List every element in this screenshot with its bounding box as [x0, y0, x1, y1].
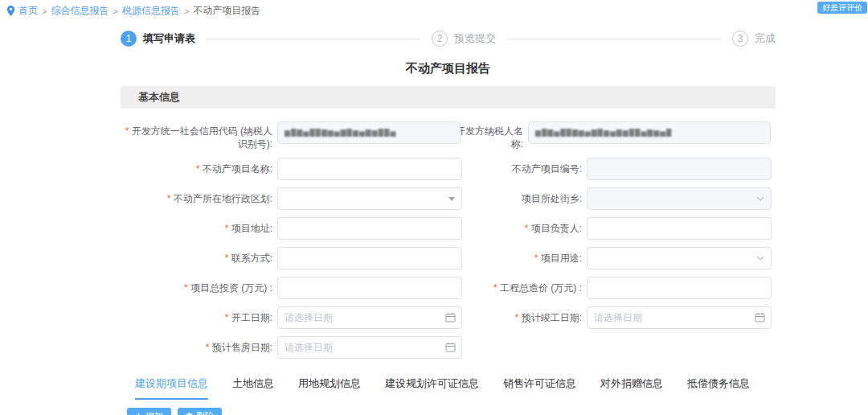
field-finish-date: 预计竣工日期:: [448, 306, 775, 329]
breadcrumb-home[interactable]: 首页: [18, 4, 38, 18]
add-button-label: 增加: [145, 410, 163, 415]
step-1-label: 填写申请表: [143, 31, 195, 46]
start-date-input[interactable]: [277, 306, 462, 329]
breadcrumb-tax-source-info-report[interactable]: 税源信息报告: [122, 4, 180, 18]
page-title: 不动产项目报告: [121, 61, 776, 76]
address-label: 项目地址:: [121, 222, 277, 235]
chevron-down-icon: [756, 256, 764, 261]
cost-label: 工程总造价 (万元) :: [448, 281, 587, 294]
step-3-label: 完成: [755, 31, 776, 46]
contact-input[interactable]: [277, 247, 462, 269]
tab-external-donation-info[interactable]: 对外捐赠信息: [600, 376, 663, 400]
tab-construction-planning-permit-info[interactable]: 建设规划许可证信息: [385, 376, 479, 400]
breadcrumb-separator: >: [184, 6, 189, 16]
form-row: 预计售房日期:: [121, 336, 776, 359]
credit-code-field: ▆█▇▅██▇▆▅▇█▆▅▇▆██▅: [277, 121, 461, 144]
step-connector: [207, 39, 420, 39]
chevron-down-icon: [756, 196, 764, 201]
field-contact: 联系方式:: [121, 247, 448, 269]
usage-select[interactable]: [587, 247, 772, 269]
form-row: 开工日期: 预计竣工日期:: [121, 306, 776, 329]
taxpayer-name-field: ▆█▇▅██▇▆▅▇█▆▅▇▆██▅▇▆▅█: [528, 121, 771, 144]
cost-input[interactable]: [587, 277, 772, 299]
service-rating-button[interactable]: 好差评评价: [817, 2, 867, 14]
breadcrumb-separator: >: [42, 6, 47, 16]
delete-row-button[interactable]: 删除: [178, 408, 222, 415]
tab-land-planning-info[interactable]: 用地规划信息: [298, 376, 361, 400]
location-pin-icon: [6, 6, 15, 16]
breadcrumb: 首页 > 综合信息报告 > 税源信息报告 > 不动产项目报告: [6, 4, 860, 18]
field-cost: 工程总造价 (万元) :: [448, 277, 775, 299]
project-number-input: [587, 158, 772, 180]
form-row: 开发方统一社会信用代码 (纳税人识别号): ▆█▇▅██▇▆▅▇█▆▅▇▆██▅…: [121, 121, 776, 150]
field-township: 项目所处街乡:: [448, 187, 775, 210]
field-credit-code: 开发方统一社会信用代码 (纳税人识别号): ▆█▇▅██▇▆▅▇█▆▅▇▆██▅: [121, 121, 448, 150]
field-start-date: 开工日期:: [121, 306, 448, 329]
caret-down-icon: [448, 197, 455, 201]
form-row: 联系方式: 项目用途:: [121, 247, 776, 269]
field-address: 项目地址:: [121, 217, 448, 240]
content-area: 1 填写申请表 2 预览提交 3 完成 不动产项目报告 基本信息 开发方统一社会…: [121, 31, 776, 415]
project-name-input[interactable]: [277, 158, 462, 180]
finish-date-input[interactable]: [587, 306, 772, 329]
step-connector: [507, 39, 721, 39]
step-done: 3 完成: [732, 31, 776, 47]
project-name-label: 不动产项目名称:: [121, 162, 277, 175]
section-header-basic-info: 基本信息: [121, 86, 776, 109]
steps-indicator: 1 填写申请表 2 预览提交 3 完成: [121, 31, 776, 47]
tab-sales-permit-info[interactable]: 销售许可证信息: [503, 376, 576, 400]
field-usage: 项目用途:: [448, 247, 775, 269]
region-label: 不动产所在地行政区划:: [121, 192, 277, 205]
redacted-value: ▆█▇▅██▇▆▅▇█▆▅▇▆██▅: [285, 129, 396, 137]
manager-input[interactable]: [587, 217, 772, 240]
step-3-circle: 3: [732, 31, 748, 47]
delete-button-label: 删除: [196, 410, 214, 415]
manager-label: 项目负责人:: [448, 222, 587, 235]
credit-code-label: 开发方统一社会信用代码 (纳税人识别号):: [121, 121, 277, 150]
tab-debt-offset-info[interactable]: 抵偿债务信息: [687, 376, 750, 400]
step-2-circle: 2: [432, 31, 448, 47]
township-label: 项目所处街乡:: [448, 192, 587, 205]
breadcrumb-separator: >: [113, 6, 117, 16]
form-row: 项目总投资 (万元) : 工程总造价 (万元) :: [121, 277, 776, 299]
investment-label: 项目总投资 (万元) :: [121, 281, 277, 294]
form-row: 不动产所在地行政区划: 项目所处街乡:: [121, 187, 776, 210]
field-project-name: 不动产项目名称:: [121, 158, 448, 180]
step-2-label: 预览提交: [454, 31, 496, 46]
form-row: 不动产项目名称: 不动产项目编号:: [121, 158, 776, 180]
step-1-circle: 1: [121, 31, 137, 47]
add-row-button[interactable]: 增加: [127, 408, 171, 415]
finish-date-label: 预计竣工日期:: [448, 311, 587, 324]
real-estate-project-report-page: 首页 > 综合信息报告 > 税源信息报告 > 不动产项目报告 好差评评价 1 填…: [0, 0, 868, 415]
step-preview-submit: 2 预览提交: [432, 31, 496, 47]
step-fill-form: 1 填写申请表: [121, 31, 195, 47]
table-actions: 增加 删除: [121, 408, 776, 415]
breadcrumb-comprehensive-info-report[interactable]: 综合信息报告: [51, 4, 108, 18]
investment-input[interactable]: [277, 277, 462, 299]
sale-date-input[interactable]: [277, 336, 462, 359]
tab-land-info[interactable]: 土地信息: [232, 376, 274, 400]
township-select: [587, 187, 772, 210]
project-number-label: 不动产项目编号:: [448, 162, 587, 175]
address-input[interactable]: [277, 217, 462, 240]
field-project-number: 不动产项目编号:: [448, 158, 775, 180]
trash-icon: [186, 413, 193, 415]
start-date-label: 开工日期:: [121, 311, 277, 324]
sale-date-label: 预计售房日期:: [121, 341, 277, 354]
field-investment: 项目总投资 (万元) :: [121, 277, 448, 299]
form-row: 项目地址: 项目负责人:: [121, 217, 776, 240]
field-sale-date: 预计售房日期:: [121, 336, 448, 359]
field-manager: 项目负责人:: [448, 217, 775, 240]
detail-tabs: 建设期项目信息 土地信息 用地规划信息 建设规划许可证信息 销售许可证信息 对外…: [121, 376, 776, 400]
usage-label: 项目用途:: [448, 252, 587, 265]
region-select[interactable]: [277, 187, 462, 210]
field-region: 不动产所在地行政区划:: [121, 187, 448, 210]
top-bar: 首页 > 综合信息报告 > 税源信息报告 > 不动产项目报告 好差评评价: [0, 0, 868, 16]
tab-construction-period-info[interactable]: 建设期项目信息: [135, 376, 208, 400]
redacted-value: ▆█▇▅██▇▆▅▇█▆▅▇▆██▅▇▆▅█: [535, 129, 672, 137]
contact-label: 联系方式:: [121, 252, 277, 265]
basic-info-form: 开发方统一社会信用代码 (纳税人识别号): ▆█▇▅██▇▆▅▇█▆▅▇▆██▅…: [121, 121, 776, 359]
field-taxpayer-name: 开发方纳税人名称: ▆█▇▅██▇▆▅▇█▆▅▇▆██▅▇▆▅█: [448, 121, 775, 150]
breadcrumb-current-page: 不动产项目报告: [193, 4, 260, 18]
